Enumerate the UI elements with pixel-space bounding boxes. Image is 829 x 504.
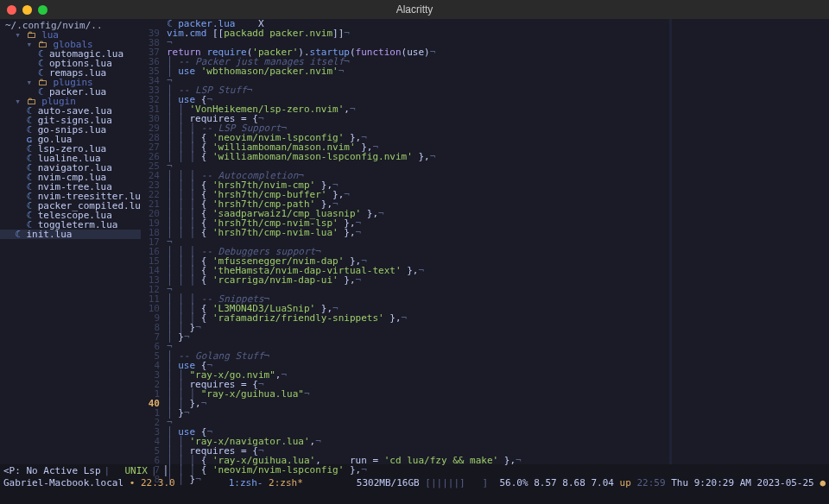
code-line[interactable]: │ │ }¬ — [167, 323, 829, 332]
lsp-status: <P: No Active Lsp — [3, 465, 101, 476]
code-line[interactable]: │ │ │ { 'hrsh7th/cmp-nvim-lua' },¬ — [167, 228, 829, 237]
code-line[interactable]: │ │ │ { 'rcarriga/nvim-dap-ui' },¬ — [167, 275, 829, 285]
code-line[interactable]: │ use 'wbthomason/packer.nvim'¬ — [167, 66, 829, 76]
code-line[interactable]: │ │ 'ray-x/navigator.lua',¬ — [167, 437, 829, 446]
code-line[interactable]: │ │ │ { 'rafamadriz/friendly-snippets' }… — [167, 313, 829, 323]
code-content[interactable]: ☾ packer.lua Xvim.cmd [[packadd packer.n… — [167, 19, 829, 464]
code-line[interactable]: │ }¬ — [167, 408, 829, 418]
bottom-filler — [0, 489, 829, 504]
minimize-window-button[interactable] — [22, 5, 32, 15]
line-number-gutter: 3938373635343332313029282726252423222120… — [141, 19, 167, 464]
traffic-lights — [7, 5, 47, 15]
code-line[interactable]: │ │ │ { 'neovim/nvim-lspconfig' },¬ — [167, 465, 829, 475]
column-marker — [669, 19, 672, 464]
code-line[interactable]: │ │ "ray-x/go.nvim",¬ — [167, 370, 829, 380]
code-line[interactable]: │ │ │ "ray-x/guihua.lua"¬ — [167, 389, 829, 399]
code-line[interactable]: │ │ },¬ — [167, 399, 829, 408]
code-line[interactable]: │ -- LSP Stuff¬ — [167, 85, 829, 95]
tree-item-init-lua[interactable]: ☾ init.lua — [0, 230, 141, 239]
code-line[interactable]: │ │ 'VonHeikemen/lsp-zero.nvim',¬ — [167, 104, 829, 114]
tmux-bullet: • — [130, 477, 136, 488]
code-line[interactable]: ¬ — [167, 76, 829, 85]
statusline-sep: | — [104, 465, 111, 476]
code-line[interactable]: │ │ │ { 'williamboman/mason-lspconfig.nv… — [167, 152, 829, 161]
file-tree-sidebar[interactable]: ~/.config/nvim/.. ▾ 🗀 lua ▾ 🗀 globals ☾ … — [0, 19, 141, 464]
code-editor[interactable]: 3938373635343332313029282726252423222120… — [141, 19, 829, 464]
tmux-host: Gabriel-Macbook.local — [3, 477, 123, 488]
maximize-window-button[interactable] — [38, 5, 47, 15]
code-line[interactable]: │ }¬ — [167, 332, 829, 342]
code-line[interactable]: vim.cmd [[packadd packer.nvim]]¬ — [167, 28, 829, 38]
code-line[interactable]: │ -- Golang Stuff¬ — [167, 351, 829, 361]
window-title: Alacritty — [396, 3, 433, 16]
code-line[interactable]: ¬ — [167, 418, 829, 427]
progress-bar: ▕ — [161, 465, 167, 476]
code-line[interactable]: │ │ }¬ — [167, 475, 829, 484]
close-window-button[interactable] — [7, 5, 16, 15]
window-titlebar: Alacritty — [0, 0, 829, 19]
